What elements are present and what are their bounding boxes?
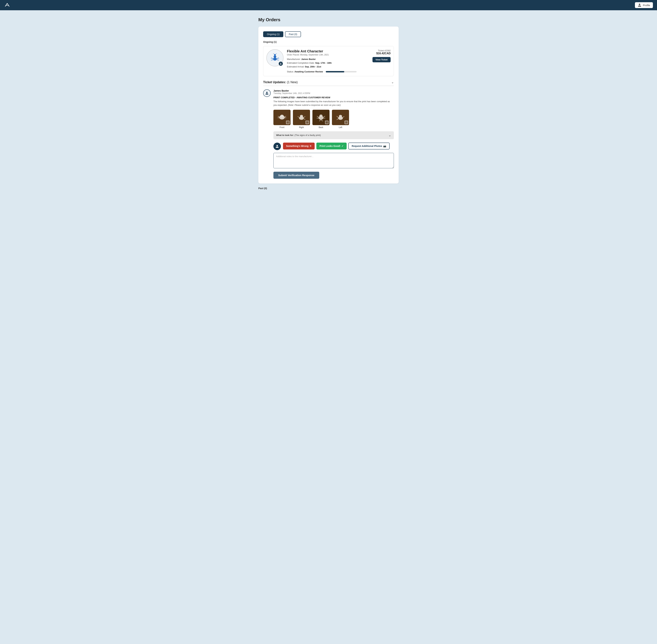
status-value: Awaiting Customer Review <box>295 70 323 73</box>
photo-item-left: Left <box>332 110 349 129</box>
update-content: James Baxter Tuesday, September 14th, 20… <box>274 89 394 179</box>
photo-thumb-front[interactable] <box>274 110 290 125</box>
order-meta: Manufacturer: James Baxter Estimated Com… <box>287 58 369 69</box>
photo-label-right: Right <box>299 126 304 129</box>
main-content: My Orders Ongoing (1) Past (0) Ongoing (… <box>255 10 402 200</box>
update-body-note: (Note: Please submit a response as soon … <box>288 104 341 106</box>
svg-line-6 <box>271 60 273 61</box>
orders-card: Ongoing (1) Past (0) Ongoing (1) <box>258 26 399 184</box>
order-date: Order Placed: Monday, September 13th, 20… <box>287 53 369 56</box>
update-message: James Baxter Tuesday, September 14th, 20… <box>263 89 394 179</box>
manufacturer-name: James Baxter <box>301 58 316 61</box>
order-title: Flexible Ant Character <box>287 49 369 53</box>
order-status-text: Status: Awaiting Customer Review <box>287 70 323 73</box>
ongoing-label: Ongoing (1) <box>263 41 394 43</box>
logo <box>4 2 10 8</box>
photo-gallery: Front <box>274 110 394 129</box>
svg-line-11 <box>276 53 277 54</box>
update-heading: PRINT COMPLETED - AWAITING CUSTOMER REVI… <box>274 96 394 99</box>
svg-point-3 <box>274 54 276 55</box>
photo-thumb-left[interactable] <box>332 110 349 125</box>
past-label: Past (0) <box>258 187 399 190</box>
svg-point-27 <box>320 115 323 117</box>
photo-item-front: Front <box>274 110 290 129</box>
progress-bar <box>326 71 356 72</box>
svg-line-10 <box>273 53 275 54</box>
profile-label: Profile <box>643 4 650 7</box>
update-body: The following images have been submitted… <box>274 100 394 107</box>
svg-line-7 <box>277 58 279 59</box>
action-row: Something's Wrong ✕ Print Looks Good! ✓ … <box>274 143 394 150</box>
ticket-updates-title: Ticket Updates: (1 New) <box>263 80 298 84</box>
notes-textarea[interactable] <box>274 153 394 168</box>
camera-icon: 📷 <box>383 145 386 147</box>
progress-fill <box>326 71 344 72</box>
chevron-down-icon: ⌄ <box>391 80 394 84</box>
photo-item-right: Right <box>293 110 310 129</box>
update-author-avatar <box>263 89 271 97</box>
expand-icon-front <box>286 121 289 124</box>
tab-past[interactable]: Past (0) <box>285 31 301 37</box>
expand-icon-right <box>306 121 309 124</box>
svg-point-1 <box>273 58 277 61</box>
arrival-date: Sep. 20th - 21st <box>305 65 321 68</box>
page-title: My Orders <box>258 17 399 22</box>
something-wrong-label: Something's Wrong <box>286 145 308 147</box>
svg-point-21 <box>300 115 303 117</box>
profile-button[interactable]: Profile <box>635 2 653 8</box>
svg-line-8 <box>277 59 279 59</box>
photo-label-left: Left <box>339 126 342 129</box>
order-image-wrap <box>266 49 283 66</box>
print-looks-good-label: Print Looks Good! <box>320 145 340 147</box>
print-looks-good-button[interactable]: Print Looks Good! ✓ <box>316 143 347 150</box>
update-timestamp: Tuesday, September 14th, 2021 4:55PM <box>274 92 394 94</box>
svg-line-9 <box>277 60 279 61</box>
ticket-price: $16.42CAD <box>373 52 391 55</box>
good-check-icon: ✓ <box>342 145 344 147</box>
svg-point-2 <box>274 55 276 58</box>
photo-thumb-right[interactable] <box>293 110 310 125</box>
photo-item-back: Back <box>312 110 330 129</box>
svg-line-5 <box>271 59 273 59</box>
order-status-row: Status: Awaiting Customer Review <box>287 70 369 73</box>
request-additional-photos-button[interactable]: Request Additional Photos 📷 <box>348 143 390 150</box>
ticket-updates-label: Ticket Updates: <box>263 80 286 84</box>
expand-icon-left <box>345 121 348 124</box>
ticket-updates-header[interactable]: Ticket Updates: (1 New) ⌄ <box>263 80 394 84</box>
view-ticket-button[interactable]: View Ticket <box>373 57 391 62</box>
expand-icon-back <box>325 121 329 124</box>
what-to-look-subtext: (The signs of a faulty print) <box>295 134 321 136</box>
request-photos-label: Request Additional Photos <box>352 145 382 147</box>
photo-label-back: Back <box>319 126 323 129</box>
svg-point-14 <box>280 115 284 117</box>
something-wrong-button[interactable]: Something's Wrong ✕ <box>283 143 315 150</box>
manufacturer-label: Manufacturer: <box>287 58 301 61</box>
what-to-look-chevron-icon: ⌄ <box>389 133 391 137</box>
what-to-look-section[interactable]: What to look for: (The signs of a faulty… <box>274 131 394 139</box>
action-user-avatar <box>274 143 281 150</box>
tab-ongoing[interactable]: Ongoing (1) <box>263 31 283 37</box>
tabs-row: Ongoing (1) Past (0) <box>263 31 394 37</box>
photo-thumb-back[interactable] <box>312 110 330 125</box>
ticket-updates-new-count: (1 New) <box>287 80 298 84</box>
order-details: Flexible Ant Character Order Placed: Mon… <box>287 49 369 73</box>
what-to-look-text: What to look for: (The signs of a faulty… <box>276 134 321 136</box>
photo-label-front: Front <box>280 126 284 129</box>
action-buttons: Something's Wrong ✕ Print Looks Good! ✓ … <box>283 143 390 150</box>
update-author-name: James Baxter <box>274 89 394 92</box>
order-ticket: Ticket #2392 $16.42CAD View Ticket <box>373 49 391 62</box>
header: Profile <box>0 0 657 10</box>
wrong-x-icon: ✕ <box>309 145 311 147</box>
order-item: Flexible Ant Character Order Placed: Mon… <box>263 46 394 76</box>
svg-point-36 <box>339 115 342 117</box>
order-user-badge <box>279 62 283 66</box>
status-label: Status: <box>287 70 294 73</box>
submit-verification-button[interactable]: Submit Verification Response <box>274 172 319 179</box>
arrival-label: Estimated Arrival: <box>287 65 304 68</box>
ticket-number: Ticket #2392 <box>373 49 391 52</box>
completion-date: Sep. 17th - 18th <box>315 62 332 64</box>
svg-line-4 <box>271 58 273 59</box>
completion-label: Estimated Completion Date: <box>287 62 315 64</box>
what-to-look-label: What to look for: <box>276 134 294 136</box>
